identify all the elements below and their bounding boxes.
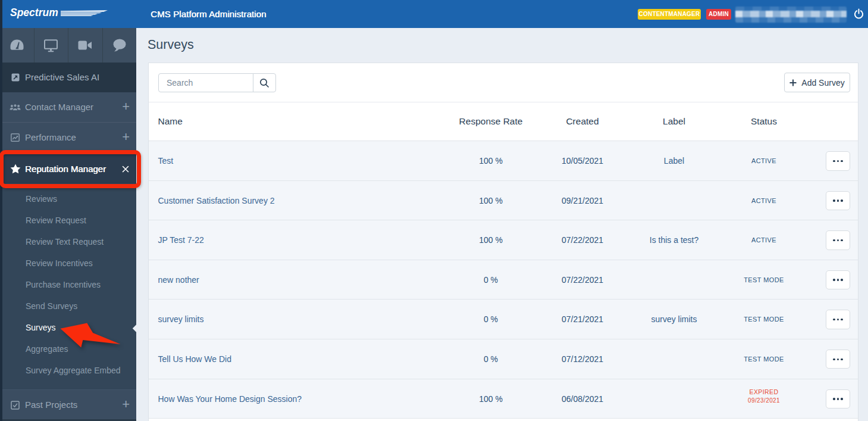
svg-text:Spectrum: Spectrum xyxy=(10,7,58,18)
